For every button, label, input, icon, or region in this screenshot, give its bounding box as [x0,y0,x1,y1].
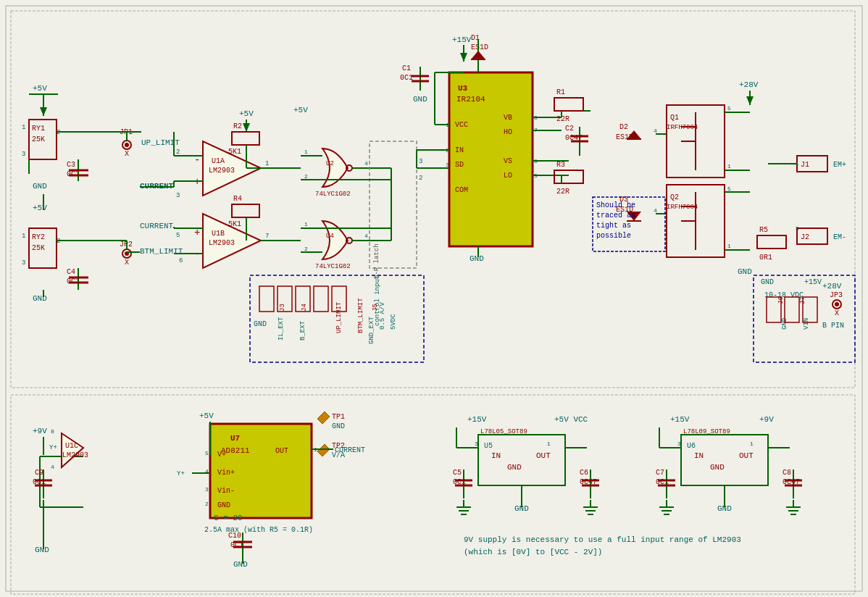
svg-text:4: 4 [51,464,54,470]
svg-text:1: 1 [22,124,25,131]
svg-text:9V supply is necessary to use : 9V supply is necessary to use a full inp… [464,535,741,544]
svg-text:R3: R3 [556,161,565,169]
svg-text:HO: HO [504,128,512,136]
svg-text:VS: VS [504,157,512,165]
svg-text:+28V: +28V [822,282,842,291]
svg-text:CURRENT: CURRENT [335,446,365,454]
svg-text:3: 3 [475,441,478,447]
svg-text:C4: C4 [67,268,75,276]
svg-text:2: 2 [205,501,209,507]
svg-text:C3: C3 [67,161,75,169]
svg-text:C9: C9 [35,469,43,477]
svg-text:UP_LIMIT: UP_LIMIT [335,301,343,333]
svg-text:1: 1 [265,160,269,167]
svg-text:+15V: +15V [467,415,487,424]
svg-text:+5V: +5V [199,412,214,420]
svg-text:U1B: U1B [212,230,225,238]
svg-text:2: 2 [304,246,308,252]
svg-text:+15V: +15V [804,278,822,286]
svg-text:BTM_LIMIT: BTM_LIMIT [357,298,364,333]
svg-text:1: 1 [22,233,25,240]
svg-text:IN: IN [694,451,704,460]
svg-text:X: X [125,259,129,267]
svg-text:U1C: U1C [65,442,78,450]
svg-text:U3: U3 [458,84,468,93]
svg-text:IL_EXT: IL_EXT [277,317,285,341]
svg-text:3: 3 [22,151,25,158]
svg-text:R4: R4 [233,195,242,203]
svg-text:3: 3 [205,486,209,493]
svg-text:C1: C1 [402,64,411,72]
svg-text:TP1: TP1 [332,413,345,421]
svg-text:25K: 25K [32,135,45,143]
svg-text:VB: VB [504,114,512,122]
svg-text:GND: GND [254,320,267,328]
svg-text:Q1: Q1 [670,114,679,122]
svg-text:R5: R5 [759,226,768,234]
svg-text:5: 5 [796,225,799,232]
svg-text:LM2903: LM2903 [62,451,88,459]
svg-text:CURRENT: CURRENT [140,222,174,230]
svg-text:U6: U6 [687,442,696,450]
svg-text:0R1: 0R1 [759,254,772,262]
svg-text:B_EXT: B_EXT [299,320,306,341]
svg-text:GND: GND [233,560,248,569]
svg-text:U7: U7 [230,434,240,443]
svg-text:G = 20: G = 20 [214,514,243,522]
svg-text:+5V: +5V [33,84,47,93]
svg-text:BTM_LIMIT: BTM_LIMIT [140,247,183,256]
svg-text:C2: C2 [565,125,574,133]
svg-text:U2: U2 [326,160,334,167]
svg-text:OUT: OUT [536,451,551,460]
svg-text:OUT: OUT [739,451,754,460]
svg-text:2.5A max (with R5 = 0.1R): 2.5A max (with R5 = 0.1R) [204,526,313,534]
svg-text:5: 5 [205,450,209,456]
svg-text:74LYC1G02: 74LYC1G02 [315,191,351,198]
svg-point-25 [125,143,129,147]
svg-point-261 [835,302,839,306]
svg-text:4: 4 [364,160,368,167]
svg-text:GND: GND [738,267,752,276]
svg-text:Y+: Y+ [49,444,57,451]
svg-text:traced as: traced as [596,212,635,220]
svg-text:Q2: Q2 [670,193,679,201]
svg-text:VCC: VCC [455,121,468,129]
svg-text:22R: 22R [556,115,569,123]
svg-text:IN: IN [491,451,501,460]
svg-text:22R: 22R [556,188,569,196]
svg-text:+5V: +5V [239,109,254,118]
svg-text:5K1: 5K1 [228,220,241,228]
svg-text:RY2: RY2 [32,233,45,241]
svg-text:2: 2 [304,173,308,180]
svg-text:5: 5 [176,232,180,239]
svg-text:4: 4 [364,233,368,239]
svg-text:3: 3 [22,259,25,267]
svg-text:J4: J4 [301,304,308,312]
svg-text:GND: GND [33,182,47,191]
svg-text:J1: J1 [801,161,809,169]
svg-text:5K1: 5K1 [228,148,241,156]
svg-text:U4: U4 [326,233,334,240]
svg-text:SD: SD [455,161,464,169]
svg-text:3: 3 [677,441,681,447]
svg-text:+5V: +5V [33,204,47,212]
svg-text:C6: C6 [580,469,588,477]
svg-text:GND: GND [217,501,230,509]
svg-text:tight as: tight as [596,222,631,230]
svg-text:+15V: +15V [670,415,690,424]
svg-text:1: 1 [727,243,731,249]
svg-text:J3: J3 [279,304,286,312]
svg-text:ES1D: ES1D [471,43,488,51]
svg-text:GND: GND [507,463,522,472]
svg-text:GND: GND [710,463,725,472]
svg-text:1: 1 [547,441,551,447]
svg-text:3: 3 [419,158,422,165]
svg-text:GND: GND [33,294,47,303]
svg-text:1: 1 [304,221,308,227]
svg-text:S-R latch: S-R latch [373,243,380,279]
svg-text:U1A: U1A [212,157,225,165]
svg-text:EM-: EM- [833,233,846,241]
svg-text:IN: IN [455,146,464,154]
svg-text:B PIN: B PIN [822,322,844,330]
svg-text:4: 4 [654,207,657,214]
